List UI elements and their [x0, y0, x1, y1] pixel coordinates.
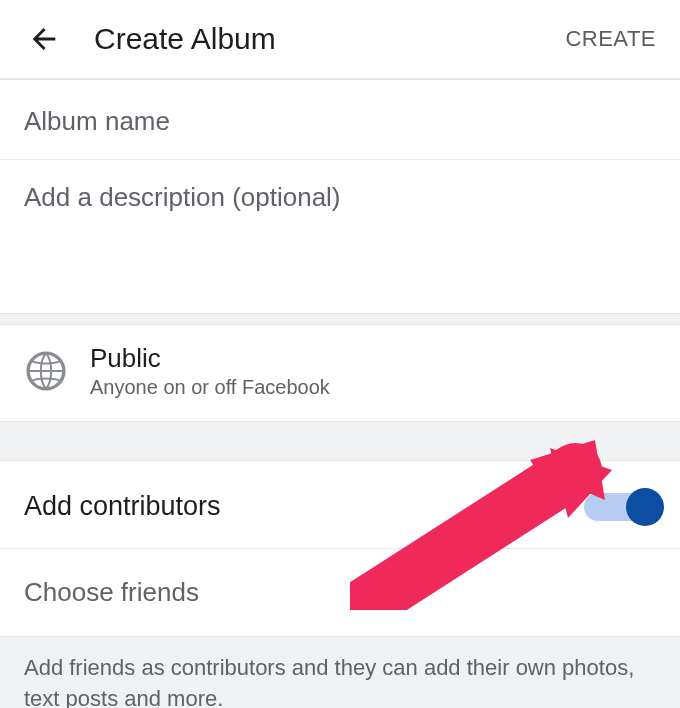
description-placeholder: Add a description (optional): [24, 182, 656, 213]
privacy-selector[interactable]: Public Anyone on or off Facebook: [0, 325, 680, 421]
contributors-help-text-row: Add friends as contributors and they can…: [0, 637, 680, 708]
back-button[interactable]: [24, 19, 64, 59]
description-field[interactable]: Add a description (optional): [0, 160, 680, 313]
privacy-title: Public: [90, 343, 330, 374]
add-contributors-label: Add contributors: [24, 491, 221, 522]
arrow-left-icon: [27, 22, 61, 56]
form-section: Album name Add a description (optional): [0, 80, 680, 313]
create-album-screen: Create Album CREATE Album name Add a des…: [0, 0, 680, 708]
privacy-text: Public Anyone on or off Facebook: [90, 343, 330, 399]
page-title: Create Album: [94, 22, 565, 56]
album-name-placeholder: Album name: [24, 106, 656, 137]
choose-friends-label: Choose friends: [24, 577, 656, 608]
choose-friends-row[interactable]: Choose friends: [0, 549, 680, 637]
section-divider-2: [0, 421, 680, 461]
privacy-subtitle: Anyone on or off Facebook: [90, 376, 330, 399]
section-divider: [0, 313, 680, 325]
create-button[interactable]: CREATE: [565, 26, 656, 52]
add-contributors-row: Add contributors: [0, 461, 680, 549]
contributors-help-text: Add friends as contributors and they can…: [24, 653, 656, 708]
globe-icon: [24, 349, 68, 393]
header: Create Album CREATE: [0, 0, 680, 80]
add-contributors-toggle[interactable]: [584, 493, 656, 521]
album-name-field[interactable]: Album name: [0, 80, 680, 160]
toggle-knob: [626, 488, 664, 526]
